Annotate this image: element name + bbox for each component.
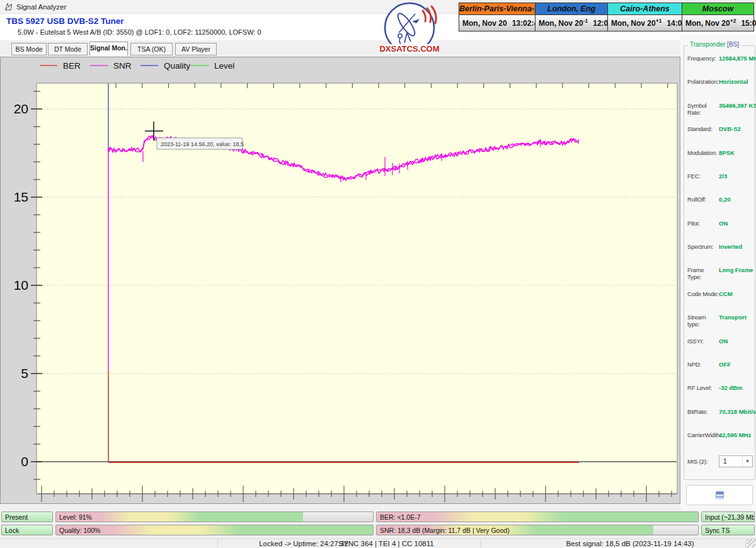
uptime-status: Locked -> Uptime: 24:27:32	[259, 540, 348, 547]
legend-ber: BER	[40, 61, 90, 71]
clock-city: Berlin-Paris-Vienna-Roma	[459, 3, 535, 15]
chart-legend: BER SNR Quality Level	[1, 57, 680, 74]
world-clocks: Berlin-Paris-Vienna-Roma Mon, Nov 20 13:…	[459, 3, 754, 31]
clock-offset: +1	[656, 18, 662, 24]
clock-offset: -1	[583, 18, 588, 24]
row-standard: Standard:DVB-S2	[687, 125, 753, 134]
row-issyi: ISSYI:ON	[687, 338, 753, 346]
clock-city: Cairo-Athens	[608, 3, 682, 15]
lock-indicator: Lock	[1, 525, 53, 535]
row-fec: FEC:2/3	[687, 173, 753, 181]
level-bar: Level: 91%	[55, 511, 374, 522]
device-icon	[716, 491, 724, 499]
clock-berlin: Berlin-Paris-Vienna-Roma Mon, Nov 20 13:…	[459, 3, 535, 31]
app-icon	[4, 3, 13, 11]
row-polarization: Polarization:Horizontal	[687, 78, 753, 87]
mis-row: MIS (2): 1 ▼	[687, 455, 753, 467]
row-bitrate: BitRate:70,318 Mbit/s	[687, 408, 753, 417]
ber-bar: BER: <1.0E-7	[376, 511, 699, 522]
tab-av-player[interactable]: AV Player	[175, 43, 217, 55]
legend-line-level	[191, 65, 209, 66]
row-frequency: Frequency:12584,875 MHz	[687, 55, 753, 64]
satellite-dish-icon: DXSATCS.COM	[379, 1, 440, 57]
status-bar: Locked -> Uptime: 24:27:32 SYNC 364 | TE…	[0, 539, 756, 548]
clock-city: Moscow	[682, 3, 753, 15]
transponder-rows: Frequency:12584,875 MHz Polarization:Hor…	[687, 55, 753, 440]
clock-time: 15:02	[741, 19, 756, 28]
legend-snr: SNR	[90, 61, 140, 71]
clock-offset: +2	[730, 18, 736, 24]
signal-bars: Present Level: 91% BER: <1.0E-7 Input (~…	[0, 511, 756, 538]
legend-line-snr	[90, 65, 108, 66]
row-pilot: Pilot:ON	[687, 220, 753, 229]
svg-text:2023-11-19 14.56.20, value: 18: 2023-11-19 14.56.20, value: 18,5	[161, 141, 244, 147]
quality-bar: Quality: 100%	[55, 525, 374, 535]
legend-quality: Quality	[140, 61, 191, 71]
window-title: Signal Analyzer	[16, 3, 66, 11]
row-rolloff: RollOff:0,20	[687, 196, 753, 205]
logo-text: DXSATCS.COM	[379, 44, 439, 54]
clock-city: London, Eng	[536, 3, 607, 15]
svg-text:0: 0	[21, 454, 28, 469]
clock-date: Mon, Nov 20	[539, 19, 583, 28]
row-symbol-rate: Symbol Rate:35496,397 KS/s	[687, 102, 753, 111]
svg-text:15: 15	[14, 190, 28, 204]
clock-london: London, Eng Mon, Nov 20 -1 12:02:44	[535, 3, 607, 31]
signal-chart: BER SNR Quality Level 051015202023-11-19…	[0, 57, 680, 504]
tab-tsa[interactable]: TSA (OK)	[130, 43, 173, 55]
best-signal-status: Best signal: 18,5 dB (2023-11-19 14:43)	[566, 540, 694, 547]
mis-label: MIS (2):	[687, 458, 719, 465]
svg-text:10: 10	[14, 278, 28, 292]
transponder-panel-title: Transponder [BS]	[688, 41, 741, 48]
clock-date: Mon, Nov 20	[611, 19, 656, 28]
snr-bar: SNR: 18,3 dB (Margin: 11,7 dB | Very Goo…	[376, 525, 699, 535]
row-frame-type: Frame Type:Long Frame	[687, 266, 753, 275]
clock-cairo: Cairo-Athens Mon, Nov 20 +1 14:02	[607, 3, 682, 31]
legend-level: Level	[191, 61, 241, 71]
row-rf-level: RF Level:-32 dBm	[687, 384, 753, 393]
tab-signal-mon[interactable]: Signal Mon.	[89, 42, 128, 56]
satellite-info: 5.0W - Eutelsat 5 West A/B (ID: 3550) @ …	[18, 28, 261, 36]
tab-strip: BS Mode DT Mode Signal Mon. TSA (OK) AV …	[0, 40, 680, 57]
svg-text:5: 5	[21, 366, 28, 380]
sync-status: SYNC 364 | TEI 4 | CC 10811	[338, 540, 433, 547]
present-indicator: Present	[1, 511, 53, 522]
row-code-mode: Code Mode:CCM	[687, 290, 753, 299]
row-carrier-width: CarrierWidth:42,595 MHz	[687, 431, 753, 440]
tab-dt-mode[interactable]: DT Mode	[48, 43, 88, 55]
resize-grip[interactable]	[747, 539, 755, 547]
legend-line-ber	[40, 65, 57, 66]
ts-tool-button[interactable]	[686, 485, 753, 505]
row-npd: NPD:OFF	[687, 361, 753, 370]
clock-date: Mon, Nov 20	[462, 19, 507, 28]
clock-moscow: Moscow Mon, Nov 20 +2 15:02	[682, 3, 753, 31]
tuner-title: TBS 5927 USB DVB-S2 Tuner	[6, 16, 124, 26]
row-stream-type: Stream type:Transport	[687, 314, 753, 323]
chevron-down-icon[interactable]: ▼	[742, 456, 752, 467]
transponder-panel: Transponder [BS] Frequency:12584,875 MHz…	[684, 45, 755, 480]
svg-text:20: 20	[14, 101, 28, 116]
chart-canvas[interactable]: 051015202023-11-19 14.56.20, value: 18,5	[1, 74, 680, 503]
dxsatcs-logo: DXSATCS.COM	[379, 1, 440, 57]
legend-line-quality	[140, 65, 158, 66]
sync-ts-indicator: Sync TS	[701, 525, 755, 535]
tab-bs-mode[interactable]: BS Mode	[11, 43, 47, 55]
mis-select[interactable]: 1 ▼	[719, 455, 753, 467]
row-spectrum: Spectrum:Inverted	[687, 243, 753, 252]
input-indicator: Input (~21,39 Mbps)	[701, 511, 755, 522]
clock-date: Mon, Nov 20	[685, 19, 730, 28]
row-modulation: Modulation:8PSK	[687, 149, 753, 158]
